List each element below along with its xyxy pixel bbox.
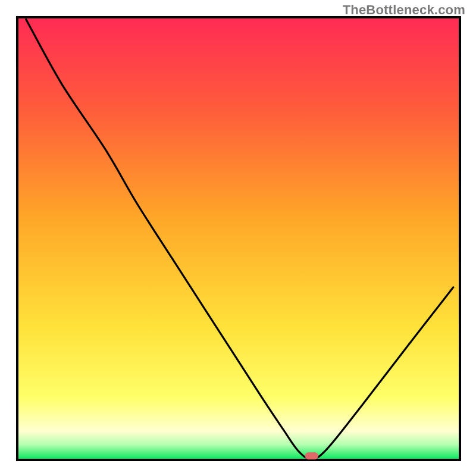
watermark-text: TheBottleneck.com (343, 2, 465, 18)
min-point-marker (305, 452, 318, 459)
plot-background (17, 17, 460, 460)
chart-container: TheBottleneck.com (0, 0, 476, 476)
bottleneck-chart (0, 0, 476, 476)
